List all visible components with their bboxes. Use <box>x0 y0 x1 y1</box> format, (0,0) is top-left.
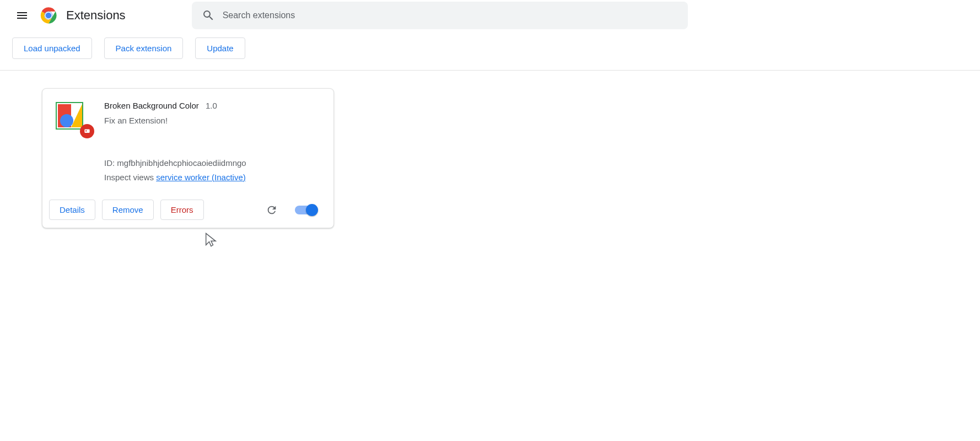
hamburger-icon <box>15 9 29 22</box>
extension-icon <box>56 102 83 130</box>
reload-button[interactable] <box>262 200 282 220</box>
search-box[interactable] <box>192 2 688 29</box>
extension-id: mgfbhjnibhjdehcphiocaoiediidmngo <box>117 158 246 168</box>
extension-id-line: ID: mgfbhjnibhjdehcphiocaoiediidmngo <box>104 156 320 170</box>
svg-point-1 <box>46 13 52 19</box>
service-worker-link[interactable]: service worker (Inactive) <box>156 173 246 182</box>
inspect-views-line: Inspect views service worker (Inactive) <box>104 170 320 185</box>
error-badge-icon <box>80 124 94 138</box>
extensions-grid: Broken Background Color 1.0 Fix an Exten… <box>0 71 980 228</box>
errors-button[interactable]: Errors <box>160 200 204 220</box>
extension-version: 1.0 <box>206 101 217 110</box>
inspect-views-label: Inspect views <box>104 173 154 182</box>
extension-description: Fix an Extension! <box>104 116 320 125</box>
details-button[interactable]: Details <box>49 200 95 220</box>
update-button[interactable]: Update <box>195 37 245 59</box>
search-icon <box>202 9 215 22</box>
mouse-cursor-icon <box>203 232 219 248</box>
enable-toggle[interactable] <box>295 206 317 214</box>
chrome-logo-icon <box>40 7 57 24</box>
svg-point-6 <box>60 114 73 127</box>
svg-rect-7 <box>84 130 89 133</box>
toggle-knob <box>306 204 318 216</box>
extension-name: Broken Background Color <box>104 101 199 110</box>
load-unpacked-button[interactable]: Load unpacked <box>12 37 92 59</box>
reload-icon <box>266 204 278 216</box>
pack-extension-button[interactable]: Pack extension <box>104 37 184 59</box>
page-title: Extensions <box>66 8 126 23</box>
svg-marker-5 <box>71 104 82 127</box>
extension-id-label: ID: <box>104 158 115 168</box>
app-bar: Extensions <box>0 0 980 31</box>
dev-actions-row: Load unpacked Pack extension Update <box>0 31 980 71</box>
remove-button[interactable]: Remove <box>102 200 154 220</box>
svg-point-8 <box>85 130 87 131</box>
search-input[interactable] <box>223 10 683 20</box>
extension-card: Broken Background Color 1.0 Fix an Exten… <box>42 88 334 228</box>
menu-button[interactable] <box>9 2 35 29</box>
extension-icon-wrap <box>56 101 91 136</box>
